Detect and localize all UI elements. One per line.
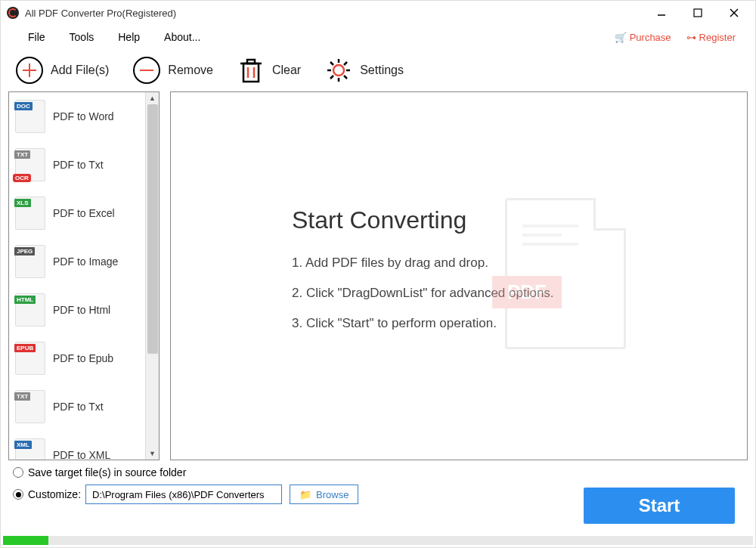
file-icon: JPEG [15, 245, 45, 278]
plus-icon [16, 57, 43, 84]
main-panel[interactable]: PDF Start Converting 1. Add PDF files by… [170, 91, 748, 460]
file-badge: DOC [14, 102, 33, 110]
customize-label: Customize: [28, 488, 81, 500]
remove-label: Remove [168, 63, 213, 77]
ocr-badge: OCR [13, 174, 31, 182]
scroll-thumb[interactable] [147, 104, 158, 354]
sidebar-item-label: PDF to Txt [53, 401, 104, 413]
minus-icon [133, 57, 160, 84]
sidebar-item-label: PDF to Epub [53, 352, 113, 364]
radio-customize[interactable] [13, 489, 23, 500]
file-badge: TXT [14, 150, 30, 159]
svg-rect-4 [243, 63, 259, 82]
file-badge: XLS [14, 199, 31, 207]
file-badge: JPEG [14, 247, 35, 255]
gear-icon [325, 57, 352, 84]
sidebar-item-label: PDF to Excel [53, 207, 115, 219]
svg-rect-1 [694, 9, 702, 17]
window-title: All PDF Converter Pro(Registered) [25, 8, 652, 19]
sidebar-item-5[interactable]: EPUBPDF to Epub [9, 334, 159, 382]
file-icon: XML [15, 438, 45, 460]
app-icon [7, 7, 19, 19]
remove-button[interactable]: Remove [133, 57, 213, 84]
sidebar-item-6[interactable]: TXTPDF to Txt [9, 382, 159, 431]
file-icon: EPUB [15, 342, 45, 375]
settings-label: Settings [360, 63, 404, 77]
file-badge: EPUB [14, 344, 36, 352]
svg-line-17 [330, 76, 333, 79]
pdf-watermark-icon: PDF [505, 198, 626, 349]
browse-label: Browse [316, 489, 349, 500]
svg-rect-6 [247, 60, 255, 63]
menu-about[interactable]: About... [152, 28, 212, 46]
clear-button[interactable]: Clear [237, 57, 301, 84]
browse-button[interactable]: 📁 Browse [290, 485, 358, 504]
add-files-button[interactable]: Add File(s) [16, 57, 109, 84]
sidebar-item-label: PDF to Txt [53, 159, 104, 171]
register-label: Register [699, 32, 736, 43]
scrollbar[interactable]: ▲ ▼ [145, 92, 159, 460]
add-files-label: Add File(s) [51, 63, 109, 77]
sidebar-item-2[interactable]: XLSPDF to Excel [9, 189, 159, 237]
maximize-button[interactable] [689, 4, 707, 22]
file-badge: TXT [14, 392, 30, 401]
file-icon: DOC [15, 100, 45, 133]
file-badge: HTML [14, 296, 36, 304]
scroll-down-icon[interactable]: ▼ [146, 447, 159, 460]
svg-line-16 [344, 62, 347, 65]
start-button[interactable]: Start [584, 488, 735, 524]
sidebar-item-1[interactable]: TXTOCRPDF to Txt [9, 141, 159, 189]
menu-file[interactable]: File [16, 28, 57, 46]
save-source-label: Save target file(s) in source folder [28, 466, 186, 478]
settings-button[interactable]: Settings [325, 57, 404, 84]
purchase-link[interactable]: 🛒 Purchase [615, 32, 671, 43]
sidebar-item-label: PDF to Image [53, 255, 118, 268]
sidebar-item-7[interactable]: XMLPDF to XML [9, 431, 159, 460]
menu-tools[interactable]: Tools [57, 28, 107, 46]
radio-save-source[interactable] [13, 467, 23, 478]
sidebar-item-4[interactable]: HTMLPDF to Html [9, 286, 159, 334]
clear-label: Clear [272, 63, 301, 77]
register-link[interactable]: ⊶ Register [686, 32, 736, 43]
folder-icon: 📁 [299, 489, 311, 500]
file-badge: XML [14, 441, 32, 449]
key-icon: ⊶ [686, 32, 696, 43]
file-icon: TXTOCR [15, 148, 45, 181]
menu-help[interactable]: Help [106, 28, 152, 46]
progress-bar [3, 536, 753, 545]
sidebar-item-label: PDF to XML [53, 449, 110, 460]
sidebar-item-0[interactable]: DOCPDF to Word [9, 92, 159, 141]
purchase-label: Purchase [630, 32, 671, 43]
svg-point-9 [333, 65, 344, 76]
sidebar: DOCPDF to WordTXTOCRPDF to TxtXLSPDF to … [8, 91, 160, 460]
svg-line-14 [330, 62, 333, 65]
path-input[interactable] [85, 485, 282, 504]
sidebar-item-label: PDF to Word [53, 110, 114, 122]
scroll-up-icon[interactable]: ▲ [146, 92, 159, 104]
progress-fill [3, 536, 48, 545]
sidebar-item-label: PDF to Html [53, 304, 110, 316]
minimize-button[interactable] [652, 4, 671, 22]
close-button[interactable] [725, 4, 743, 22]
sidebar-item-3[interactable]: JPEGPDF to Image [9, 237, 159, 286]
svg-line-15 [344, 76, 347, 79]
pdf-label: PDF [492, 276, 562, 308]
file-icon: HTML [15, 293, 45, 327]
trash-icon [237, 57, 265, 84]
file-icon: TXT [15, 390, 45, 423]
file-icon: XLS [15, 197, 45, 230]
cart-icon: 🛒 [615, 32, 627, 43]
toolbar: Add File(s) Remove Clear Settings [1, 49, 755, 91]
titlebar: All PDF Converter Pro(Registered) [1, 1, 755, 25]
menubar: File Tools Help About... 🛒 Purchase ⊶ Re… [1, 25, 755, 49]
